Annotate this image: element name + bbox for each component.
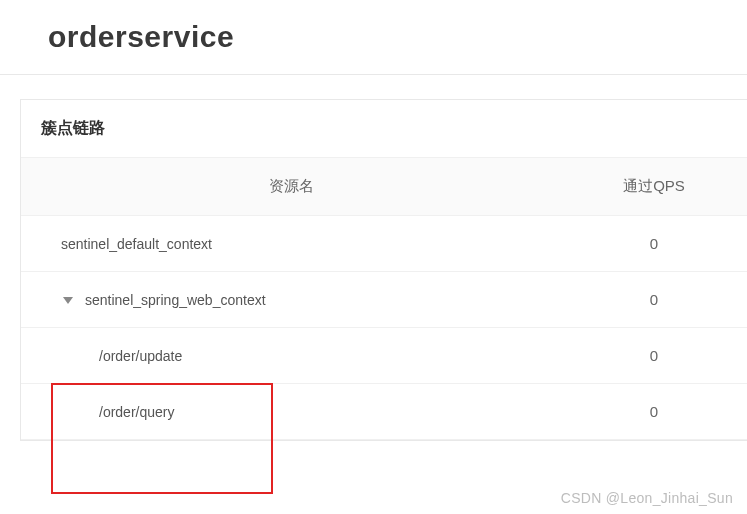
column-header-resource[interactable]: 资源名 — [21, 177, 561, 196]
resource-name-cell: /order/update — [21, 348, 561, 364]
table-header-row: 资源名 通过QPS — [21, 158, 747, 216]
divider — [0, 74, 747, 75]
resource-name-cell: sentinel_spring_web_context — [21, 292, 561, 308]
cluster-link-panel: 簇点链路 资源名 通过QPS sentinel_default_context … — [20, 99, 747, 441]
qps-cell: 0 — [561, 291, 747, 308]
svg-marker-0 — [63, 297, 73, 304]
table-row[interactable]: sentinel_spring_web_context 0 — [21, 272, 747, 328]
panel-header: 簇点链路 — [21, 100, 747, 158]
qps-cell: 0 — [561, 403, 747, 420]
table-row[interactable]: sentinel_default_context 0 — [21, 216, 747, 272]
page-title: orderservice — [0, 0, 747, 74]
table-row[interactable]: /order/update 0 — [21, 328, 747, 384]
resource-name-cell: /order/query — [21, 404, 561, 420]
qps-cell: 0 — [561, 347, 747, 364]
watermark: CSDN @Leon_Jinhai_Sun — [561, 490, 733, 506]
resource-name-label: sentinel_spring_web_context — [85, 292, 266, 308]
qps-cell: 0 — [561, 235, 747, 252]
chevron-down-icon[interactable] — [61, 295, 75, 305]
resource-name-label: /order/query — [99, 404, 174, 420]
resource-name-cell: sentinel_default_context — [21, 236, 561, 252]
column-header-qps[interactable]: 通过QPS — [561, 177, 747, 196]
resource-name-label: /order/update — [99, 348, 182, 364]
table-row[interactable]: /order/query 0 — [21, 384, 747, 440]
resource-name-label: sentinel_default_context — [61, 236, 212, 252]
